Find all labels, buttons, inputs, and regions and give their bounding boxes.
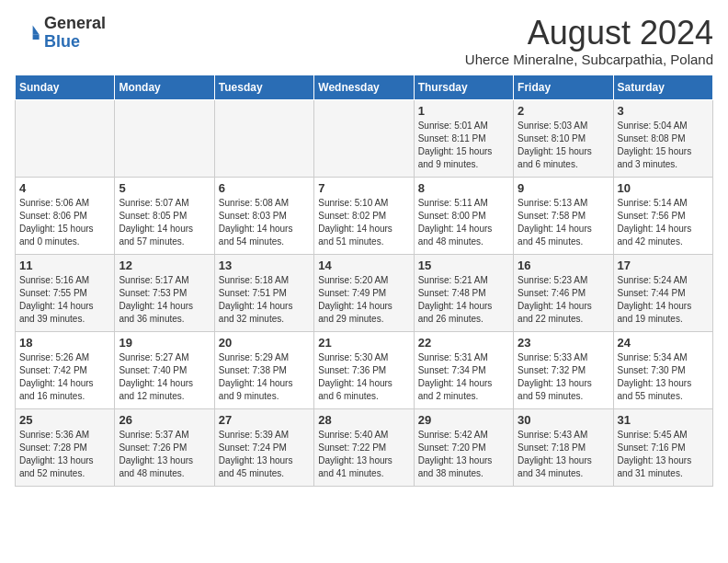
day-number: 11: [19, 259, 110, 272]
day-info: Sunrise: 5:23 AMSunset: 7:46 PMDaylight:…: [518, 274, 609, 326]
day-cell: 20Sunrise: 5:29 AMSunset: 7:38 PMDayligh…: [214, 331, 313, 408]
day-number: 5: [119, 181, 210, 195]
day-number: 9: [518, 181, 609, 195]
day-info: Sunrise: 5:03 AMSunset: 8:10 PMDaylight:…: [518, 120, 609, 171]
day-cell: 21Sunrise: 5:30 AMSunset: 7:36 PMDayligh…: [314, 331, 414, 408]
day-info: Sunrise: 5:10 AMSunset: 8:02 PMDaylight:…: [318, 197, 409, 248]
day-cell: 18Sunrise: 5:26 AMSunset: 7:42 PMDayligh…: [16, 331, 115, 408]
day-cell: [115, 99, 214, 177]
day-cell: 11Sunrise: 5:16 AMSunset: 7:55 PMDayligh…: [16, 254, 115, 331]
day-number: 14: [318, 259, 409, 272]
day-number: 18: [19, 336, 110, 350]
logo-icon: [15, 20, 40, 46]
week-row-5: 25Sunrise: 5:36 AMSunset: 7:28 PMDayligh…: [16, 408, 713, 486]
day-number: 3: [618, 104, 709, 118]
day-cell: 14Sunrise: 5:20 AMSunset: 7:49 PMDayligh…: [314, 254, 414, 331]
day-number: 17: [618, 259, 709, 272]
header-monday: Monday: [115, 75, 214, 99]
header: General Blue August 2024 Uherce Mineraln…: [15, 15, 713, 67]
day-info: Sunrise: 5:20 AMSunset: 7:49 PMDaylight:…: [318, 274, 409, 326]
day-number: 1: [418, 104, 509, 118]
day-info: Sunrise: 5:08 AMSunset: 8:03 PMDaylight:…: [219, 197, 310, 248]
day-cell: 30Sunrise: 5:43 AMSunset: 7:18 PMDayligh…: [514, 408, 613, 486]
day-info: Sunrise: 5:04 AMSunset: 8:08 PMDaylight:…: [618, 120, 709, 171]
day-number: 10: [618, 181, 709, 195]
day-number: 6: [219, 181, 310, 195]
calendar-table: Sunday Monday Tuesday Wednesday Thursday…: [15, 75, 713, 487]
day-info: Sunrise: 5:01 AMSunset: 8:11 PMDaylight:…: [418, 120, 509, 171]
title-section: August 2024 Uherce Mineralne, Subcarpath…: [465, 15, 713, 67]
day-number: 16: [518, 259, 609, 272]
day-info: Sunrise: 5:21 AMSunset: 7:48 PMDaylight:…: [418, 274, 509, 326]
day-cell: 6Sunrise: 5:08 AMSunset: 8:03 PMDaylight…: [214, 177, 313, 254]
day-cell: 8Sunrise: 5:11 AMSunset: 8:00 PMDaylight…: [414, 177, 513, 254]
day-info: Sunrise: 5:39 AMSunset: 7:24 PMDaylight:…: [219, 429, 310, 480]
header-tuesday: Tuesday: [214, 75, 313, 99]
day-cell: 7Sunrise: 5:10 AMSunset: 8:02 PMDaylight…: [314, 177, 414, 254]
svg-marker-0: [33, 25, 40, 34]
day-info: Sunrise: 5:36 AMSunset: 7:28 PMDaylight:…: [19, 429, 110, 480]
day-info: Sunrise: 5:29 AMSunset: 7:38 PMDaylight:…: [219, 351, 310, 403]
day-number: 2: [518, 104, 609, 118]
day-info: Sunrise: 5:34 AMSunset: 7:30 PMDaylight:…: [618, 351, 709, 403]
day-cell: 17Sunrise: 5:24 AMSunset: 7:44 PMDayligh…: [613, 254, 712, 331]
day-number: 31: [618, 413, 709, 427]
day-cell: 26Sunrise: 5:37 AMSunset: 7:26 PMDayligh…: [115, 408, 214, 486]
week-row-4: 18Sunrise: 5:26 AMSunset: 7:42 PMDayligh…: [16, 331, 713, 408]
day-info: Sunrise: 5:42 AMSunset: 7:20 PMDaylight:…: [418, 429, 509, 480]
day-info: Sunrise: 5:24 AMSunset: 7:44 PMDaylight:…: [618, 274, 709, 326]
header-friday: Friday: [514, 75, 613, 99]
day-cell: [16, 99, 115, 177]
day-info: Sunrise: 5:43 AMSunset: 7:18 PMDaylight:…: [518, 429, 609, 480]
day-cell: 1Sunrise: 5:01 AMSunset: 8:11 PMDaylight…: [414, 99, 513, 177]
day-number: 24: [618, 336, 709, 350]
day-cell: 9Sunrise: 5:13 AMSunset: 7:58 PMDaylight…: [514, 177, 613, 254]
day-info: Sunrise: 5:07 AMSunset: 8:05 PMDaylight:…: [119, 197, 210, 248]
day-info: Sunrise: 5:17 AMSunset: 7:53 PMDaylight:…: [119, 274, 210, 326]
logo-general: General: [44, 15, 106, 33]
day-number: 25: [19, 413, 110, 427]
day-number: 4: [19, 181, 110, 195]
day-cell: 19Sunrise: 5:27 AMSunset: 7:40 PMDayligh…: [115, 331, 214, 408]
day-cell: 2Sunrise: 5:03 AMSunset: 8:10 PMDaylight…: [514, 99, 613, 177]
week-row-1: 1Sunrise: 5:01 AMSunset: 8:11 PMDaylight…: [16, 99, 713, 177]
day-number: 20: [219, 336, 310, 350]
day-cell: [214, 99, 313, 177]
svg-marker-1: [33, 34, 40, 40]
day-number: 12: [119, 259, 210, 272]
day-info: Sunrise: 5:40 AMSunset: 7:22 PMDaylight:…: [318, 429, 409, 480]
day-cell: 24Sunrise: 5:34 AMSunset: 7:30 PMDayligh…: [613, 331, 712, 408]
day-cell: 4Sunrise: 5:06 AMSunset: 8:06 PMDaylight…: [16, 177, 115, 254]
subtitle: Uherce Mineralne, Subcarpathia, Poland: [465, 52, 713, 67]
day-number: 23: [518, 336, 609, 350]
day-cell: 5Sunrise: 5:07 AMSunset: 8:05 PMDaylight…: [115, 177, 214, 254]
header-thursday: Thursday: [414, 75, 513, 99]
day-info: Sunrise: 5:45 AMSunset: 7:16 PMDaylight:…: [618, 429, 709, 480]
day-info: Sunrise: 5:26 AMSunset: 7:42 PMDaylight:…: [19, 351, 110, 403]
day-cell: 3Sunrise: 5:04 AMSunset: 8:08 PMDaylight…: [613, 99, 712, 177]
header-sunday: Sunday: [16, 75, 115, 99]
day-info: Sunrise: 5:33 AMSunset: 7:32 PMDaylight:…: [518, 351, 609, 403]
day-cell: 28Sunrise: 5:40 AMSunset: 7:22 PMDayligh…: [314, 408, 414, 486]
day-cell: 31Sunrise: 5:45 AMSunset: 7:16 PMDayligh…: [613, 408, 712, 486]
day-cell: 23Sunrise: 5:33 AMSunset: 7:32 PMDayligh…: [514, 331, 613, 408]
day-info: Sunrise: 5:30 AMSunset: 7:36 PMDaylight:…: [318, 351, 409, 403]
day-number: 19: [119, 336, 210, 350]
day-cell: 27Sunrise: 5:39 AMSunset: 7:24 PMDayligh…: [214, 408, 313, 486]
day-number: 8: [418, 181, 509, 195]
day-cell: 16Sunrise: 5:23 AMSunset: 7:46 PMDayligh…: [514, 254, 613, 331]
day-info: Sunrise: 5:14 AMSunset: 7:56 PMDaylight:…: [618, 197, 709, 248]
day-info: Sunrise: 5:37 AMSunset: 7:26 PMDaylight:…: [119, 429, 210, 480]
day-number: 28: [318, 413, 409, 427]
day-number: 7: [318, 181, 409, 195]
day-info: Sunrise: 5:06 AMSunset: 8:06 PMDaylight:…: [19, 197, 110, 248]
day-cell: 13Sunrise: 5:18 AMSunset: 7:51 PMDayligh…: [214, 254, 313, 331]
logo-blue: Blue: [44, 32, 80, 51]
weekday-header-row: Sunday Monday Tuesday Wednesday Thursday…: [16, 75, 713, 99]
day-info: Sunrise: 5:13 AMSunset: 7:58 PMDaylight:…: [518, 197, 609, 248]
day-number: 29: [418, 413, 509, 427]
day-info: Sunrise: 5:31 AMSunset: 7:34 PMDaylight:…: [418, 351, 509, 403]
day-info: Sunrise: 5:27 AMSunset: 7:40 PMDaylight:…: [119, 351, 210, 403]
day-cell: [314, 99, 414, 177]
logo: General Blue: [15, 15, 106, 52]
